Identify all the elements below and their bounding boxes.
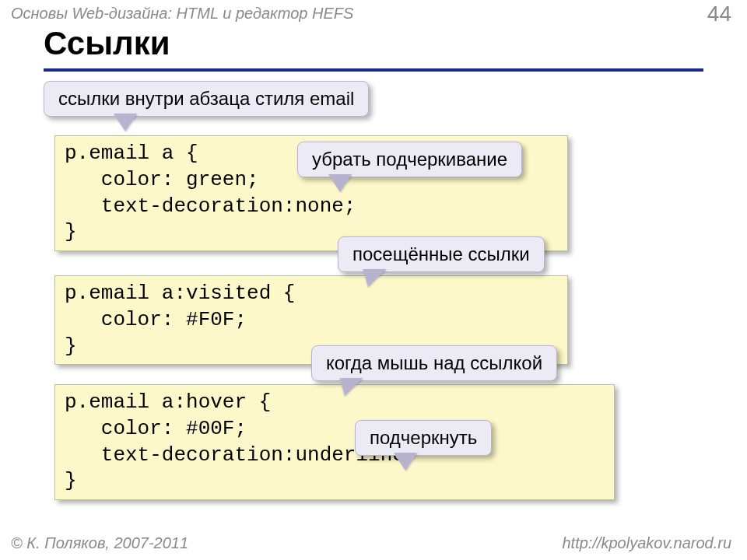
callout-text: подчеркнуть	[370, 427, 477, 448]
title-rule	[44, 68, 703, 72]
footer-url: http://kpolyakov.narod.ru	[562, 534, 731, 552]
callout-mouse-over-link: когда мышь над ссылкой	[311, 345, 557, 381]
callout-underline: подчеркнуть	[355, 420, 492, 456]
footer-copyright: © К. Поляков, 2007-2011	[11, 534, 188, 552]
page-number: 44	[707, 2, 731, 26]
callout-text: когда мышь над ссылкой	[326, 352, 542, 373]
callout-links-in-email-paragraph: ссылки внутри абзаца стиля email	[44, 81, 369, 117]
callout-text: ссылки внутри абзаца стиля email	[58, 88, 354, 109]
callout-tail-icon	[114, 114, 136, 131]
callout-visited-links: посещённые ссылки	[338, 236, 545, 272]
callout-text: убрать подчеркивание	[312, 149, 507, 170]
callout-tail-icon	[329, 175, 351, 192]
callout-text: посещённые ссылки	[352, 243, 530, 264]
course-title: Основы Web-дизайна: HTML и редактор HEFS	[11, 5, 353, 23]
slide-title: Ссылки	[44, 25, 170, 62]
callout-remove-underline: убрать подчеркивание	[297, 142, 522, 177]
code-block-3: p.email a:hover { color: #00F; text-deco…	[54, 384, 615, 500]
callout-tail-icon	[395, 453, 416, 471]
